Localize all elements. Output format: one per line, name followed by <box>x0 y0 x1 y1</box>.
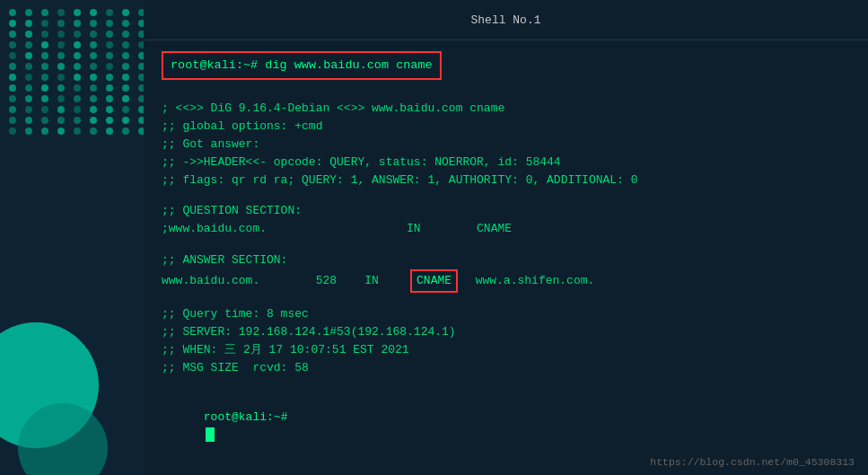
dot <box>41 95 48 102</box>
dot <box>122 52 129 59</box>
dot <box>90 9 97 16</box>
dot <box>106 20 113 27</box>
dot <box>90 117 97 124</box>
dot <box>25 117 32 124</box>
dot <box>106 31 113 38</box>
dot <box>57 52 65 59</box>
dot <box>74 41 81 48</box>
dot <box>90 31 97 38</box>
dot <box>25 95 32 102</box>
dot <box>90 95 97 102</box>
dot <box>9 95 16 102</box>
dot <box>9 63 16 70</box>
dot <box>41 9 48 16</box>
dot <box>122 41 129 48</box>
dot <box>41 74 48 81</box>
dot <box>106 52 113 59</box>
dot <box>9 84 16 92</box>
dot <box>57 128 65 135</box>
output-line-msgsize: ;; MSG SIZE rcvd: 58 <box>162 359 850 377</box>
left-decorative-panel <box>0 0 144 475</box>
dot <box>9 31 16 38</box>
dot <box>57 20 65 27</box>
command-line: root@kali:~# dig www.baidu.com cname <box>162 51 850 80</box>
dot <box>106 41 113 48</box>
dot <box>9 9 16 16</box>
dot <box>122 95 129 102</box>
dot <box>25 84 32 92</box>
dot <box>41 41 48 48</box>
dot <box>122 106 129 113</box>
terminal-cursor <box>206 427 215 442</box>
output-line-3: ;; Got answer: <box>162 136 850 154</box>
dot <box>41 84 48 92</box>
output-line-7: ;www.baidu.com. IN CNAME <box>162 220 850 238</box>
dot <box>90 84 97 92</box>
dot <box>9 74 16 81</box>
dot <box>74 20 81 27</box>
dot <box>90 52 97 59</box>
dot <box>122 63 129 70</box>
output-line-1: ; <<>> DiG 9.16.4-Debian <<>> www.baidu.… <box>162 100 850 118</box>
dot <box>90 106 97 113</box>
dot <box>74 9 81 16</box>
dot <box>74 74 81 81</box>
command-prompt: root@kali:~# <box>171 58 265 72</box>
dot <box>9 106 16 113</box>
terminal-content: root@kali:~# dig www.baidu.com cname ; <… <box>144 40 868 473</box>
dot <box>106 84 113 92</box>
dot <box>106 128 113 135</box>
dot <box>9 41 16 48</box>
dot <box>74 84 81 92</box>
dot <box>106 117 113 124</box>
dot <box>25 41 32 48</box>
dot <box>74 95 81 102</box>
dot <box>57 74 65 81</box>
dot <box>106 106 113 113</box>
dot <box>106 95 113 102</box>
output-line-query: ;; Query time: 8 msec <box>162 305 850 323</box>
dot <box>74 128 81 135</box>
dot <box>106 74 113 81</box>
dot <box>25 106 32 113</box>
dot <box>9 128 16 135</box>
dot <box>122 128 129 135</box>
dot <box>41 117 48 124</box>
dot <box>25 128 32 135</box>
dot <box>90 74 97 81</box>
dot <box>25 9 32 16</box>
dot <box>74 63 81 70</box>
dot <box>90 128 97 135</box>
dot <box>25 63 32 70</box>
dot <box>122 117 129 124</box>
dot <box>57 9 65 16</box>
dot <box>106 63 113 70</box>
dot <box>57 95 65 102</box>
dot <box>41 63 48 70</box>
dot <box>74 31 81 38</box>
output-line-server: ;; SERVER: 192.168.124.1#53(192.168.124.… <box>162 323 850 341</box>
output-line-when: ;; WHEN: 三 2月 17 10:07:51 EST 2021 <box>162 341 850 359</box>
dot <box>9 20 16 27</box>
bottom-url: https://blog.csdn.net/m0_45308313 <box>650 456 855 468</box>
output-line-8: ;; ANSWER SECTION: <box>162 251 850 269</box>
answer-value: www.a.shifen.com. <box>461 272 594 290</box>
dot <box>41 20 48 27</box>
output-line-2: ;; global options: +cmd <box>162 118 850 136</box>
dot <box>74 117 81 124</box>
dot <box>90 20 97 27</box>
dot <box>9 52 16 59</box>
dot <box>41 52 48 59</box>
answer-domain: www.baidu.com. 528 IN <box>162 272 407 290</box>
dot <box>25 31 32 38</box>
dot <box>41 106 48 113</box>
dot <box>74 106 81 113</box>
dot <box>41 128 48 135</box>
dot <box>25 52 32 59</box>
command-box: root@kali:~# dig www.baidu.com cname <box>162 51 442 80</box>
dot <box>57 106 65 113</box>
dot <box>122 31 129 38</box>
dot <box>57 84 65 92</box>
dot <box>90 63 97 70</box>
cname-highlight-box: CNAME <box>410 269 458 293</box>
